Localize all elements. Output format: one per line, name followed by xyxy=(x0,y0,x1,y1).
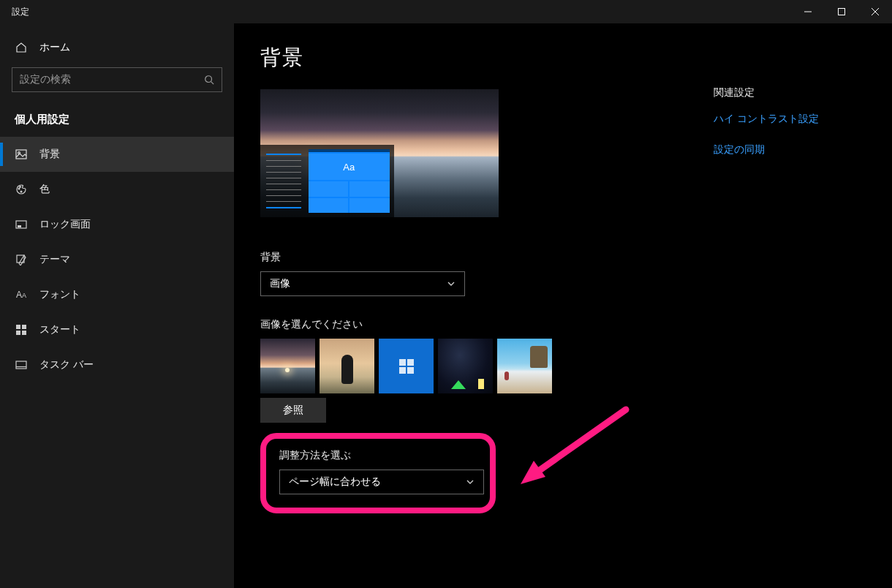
sidebar: ホーム 設定の検索 個人用設定 背景 色 xyxy=(0,23,234,588)
close-icon xyxy=(871,7,880,16)
svg-rect-15 xyxy=(22,325,26,329)
svg-point-8 xyxy=(18,188,20,189)
svg-rect-1 xyxy=(839,9,845,15)
sidebar-item-label: テーマ xyxy=(39,253,70,266)
svg-rect-17 xyxy=(22,331,26,335)
palette-icon xyxy=(15,184,28,195)
svg-point-10 xyxy=(20,191,22,192)
sidebar-item-themes[interactable]: テーマ xyxy=(0,242,234,277)
sidebar-home[interactable]: ホーム xyxy=(0,34,234,61)
preview-overlay: Aa xyxy=(260,145,394,217)
fit-dropdown-label: 調整方法を選ぶ xyxy=(279,449,477,462)
sidebar-nav: 背景 色 ロック画面 テーマ xyxy=(0,137,234,382)
related-title: 関連設定 xyxy=(714,86,889,99)
maximize-button[interactable] xyxy=(825,0,858,23)
sidebar-item-label: 色 xyxy=(39,183,50,196)
background-type-value: 画像 xyxy=(270,277,290,290)
sidebar-item-colors[interactable]: 色 xyxy=(0,172,234,207)
sidebar-item-start[interactable]: スタート xyxy=(0,312,234,347)
sidebar-item-label: スタート xyxy=(39,323,80,336)
svg-rect-16 xyxy=(16,331,20,335)
maximize-icon xyxy=(837,7,846,16)
search-input[interactable]: 設定の検索 xyxy=(12,67,222,92)
svg-line-20 xyxy=(532,410,626,475)
home-icon xyxy=(15,42,28,53)
image-thumbnail[interactable] xyxy=(438,339,493,393)
sidebar-item-lockscreen[interactable]: ロック画面 xyxy=(0,207,234,242)
image-thumbnail[interactable] xyxy=(260,339,315,393)
picture-icon xyxy=(15,149,28,159)
desktop-preview: Aa xyxy=(260,89,499,217)
close-button[interactable] xyxy=(858,0,892,23)
minimize-icon xyxy=(804,7,812,16)
window-title: 設定 xyxy=(0,6,29,18)
search-placeholder: 設定の検索 xyxy=(20,73,204,86)
title-bar: 設定 xyxy=(0,0,892,23)
minimize-button[interactable] xyxy=(791,0,825,23)
svg-rect-12 xyxy=(18,225,21,227)
sidebar-item-taskbar[interactable]: タスク バー xyxy=(0,347,234,382)
svg-line-5 xyxy=(211,82,214,85)
sidebar-home-label: ホーム xyxy=(39,41,70,54)
preview-sample-text: Aa xyxy=(309,154,390,180)
main-content: 背景 Aa xyxy=(234,23,892,588)
related-link-sync[interactable]: 設定の同期 xyxy=(714,143,889,157)
background-dropdown-label: 背景 xyxy=(260,251,714,264)
fit-dropdown[interactable]: ページ幅に合わせる xyxy=(279,470,484,494)
image-thumbnail[interactable] xyxy=(320,339,374,393)
image-thumbnail[interactable] xyxy=(379,339,434,393)
sidebar-item-background[interactable]: 背景 xyxy=(0,137,234,172)
svg-point-9 xyxy=(20,186,21,188)
page-title: 背景 xyxy=(260,44,714,72)
sidebar-item-fonts[interactable]: AA フォント xyxy=(0,277,234,312)
chevron-down-icon xyxy=(466,478,475,486)
image-thumbnails xyxy=(260,339,714,393)
related-settings: 関連設定 ハイ コントラスト設定 設定の同期 xyxy=(714,44,889,174)
related-link-high-contrast[interactable]: ハイ コントラスト設定 xyxy=(714,113,889,126)
svg-marker-21 xyxy=(521,461,545,484)
theme-icon xyxy=(15,254,28,265)
sidebar-item-label: ロック画面 xyxy=(39,218,91,231)
image-thumbnail[interactable] xyxy=(497,339,552,393)
sidebar-item-label: 背景 xyxy=(39,148,60,161)
chevron-down-icon xyxy=(447,279,456,288)
annotation-arrow-icon xyxy=(516,404,633,491)
lock-screen-icon xyxy=(15,219,28,230)
svg-point-4 xyxy=(205,76,212,83)
sidebar-section-title: 個人用設定 xyxy=(0,107,234,137)
font-icon: AA xyxy=(15,290,28,300)
annotation-highlight: 調整方法を選ぶ ページ幅に合わせる xyxy=(260,433,496,513)
sidebar-item-label: タスク バー xyxy=(39,358,94,372)
browse-button[interactable]: 参照 xyxy=(260,398,326,423)
choose-image-label: 画像を選んでください xyxy=(260,318,714,331)
svg-rect-14 xyxy=(16,325,20,329)
fit-dropdown-value: ページ幅に合わせる xyxy=(289,475,381,489)
sidebar-item-label: フォント xyxy=(39,288,80,301)
background-type-dropdown[interactable]: 画像 xyxy=(260,271,465,296)
browse-button-label: 参照 xyxy=(283,404,303,417)
search-icon xyxy=(204,75,214,85)
svg-rect-18 xyxy=(16,361,26,369)
window-controls xyxy=(791,0,892,23)
taskbar-icon xyxy=(15,361,28,369)
start-icon xyxy=(15,325,28,335)
